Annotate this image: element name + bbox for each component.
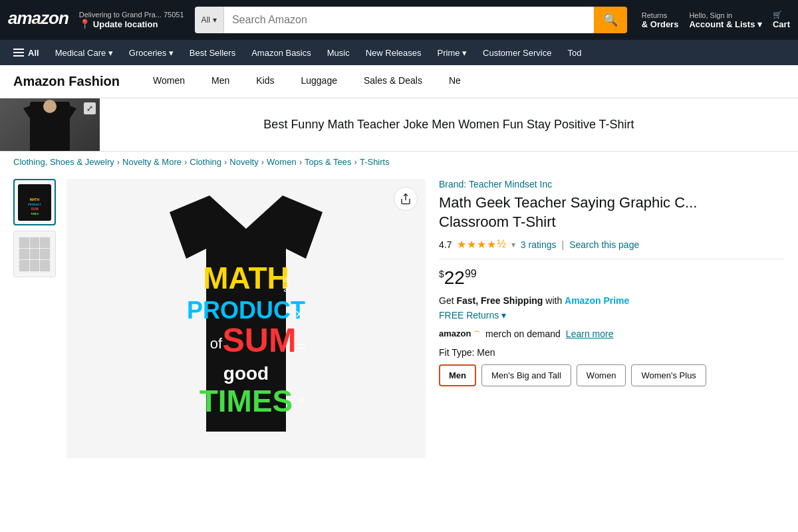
search-bar: All ▾ 🔍 <box>195 7 627 33</box>
svg-text:of: of <box>210 335 223 352</box>
account-lists-button[interactable]: Hello, Sign in Account & Lists ▾ <box>689 11 762 29</box>
rating-number: 4.7 <box>439 239 452 250</box>
amazon-merch-smile-icon: ⌒ <box>473 331 480 338</box>
breadcrumb-novelty2[interactable]: Novelty <box>229 157 258 167</box>
banner-thumbnail: ⤢ <box>0 98 100 152</box>
tshirt-svg: MATH is a PRODUCT × of SUM = good TIMES <box>130 192 362 445</box>
ratings-count[interactable]: 3 ratings <box>521 239 557 250</box>
size-btn-women[interactable]: Women <box>577 364 626 386</box>
nav-music[interactable]: Music <box>321 44 356 62</box>
nav-right-items: Returns & Orders Hello, Sign in Account … <box>642 11 790 29</box>
brand-link[interactable]: Brand: Teacher Mindset Inc <box>439 179 785 190</box>
product-info: Brand: Teacher Mindset Inc Math Geek Tea… <box>439 179 785 458</box>
amazon-merch-logo: amazon ⌒ <box>439 329 480 339</box>
nav-groceries[interactable]: Groceries ▾ <box>122 44 180 62</box>
size-buttons: Men Men's Big and Tall Women Women's Plu… <box>439 364 785 386</box>
product-area: MATH PRODUCT SUM TIMES <box>0 172 798 465</box>
fashion-nav-sales[interactable]: Sales & Deals <box>350 65 436 98</box>
hamburger-icon <box>13 49 24 57</box>
search-page-link[interactable]: Search this page <box>569 239 639 250</box>
fashion-nav-ne[interactable]: Ne <box>436 65 474 98</box>
all-label: All <box>28 48 39 58</box>
thumbnail-1[interactable]: MATH PRODUCT SUM TIMES <box>13 179 56 225</box>
rating-row: 4.7 ★ ★ ★ ★ ½ ▾ 3 ratings | Search this … <box>439 238 785 259</box>
svg-text:×: × <box>295 307 303 321</box>
price-row: $2299 <box>439 267 785 289</box>
secondary-navigation: All Medical Care ▾ Groceries ▾ Best Sell… <box>0 40 798 65</box>
nav-tod[interactable]: Tod <box>561 44 588 62</box>
breadcrumb-tshirts[interactable]: T-Shirts <box>360 157 390 167</box>
product-banner: ⤢ Best Funny Math Teacher Joke Men Women… <box>0 98 798 152</box>
size-btn-womens-plus[interactable]: Women's Plus <box>631 364 706 386</box>
svg-text:=: = <box>297 337 306 355</box>
search-category-dropdown[interactable]: All ▾ <box>195 7 224 33</box>
svg-text:a: a <box>283 284 289 294</box>
svg-text:PRODUCT: PRODUCT <box>28 203 41 206</box>
fashion-nav-men[interactable]: Men <box>198 65 243 98</box>
svg-text:PRODUCT: PRODUCT <box>187 297 305 324</box>
all-menu-button[interactable]: All <box>7 44 46 62</box>
dropdown-arrow-icon: ▾ <box>213 15 217 25</box>
returns-orders-button[interactable]: Returns & Orders <box>642 11 679 29</box>
nav-medical-care[interactable]: Medical Care ▾ <box>49 44 120 62</box>
shipping-info: Get Fast, Free Shipping with Amazon Prim… <box>439 295 785 306</box>
svg-text:×: × <box>298 394 304 406</box>
logo-smile-icon: ⌒ <box>32 25 44 31</box>
star-1: ★ <box>457 238 466 251</box>
prime-link[interactable]: Amazon Prime <box>565 295 629 306</box>
thumbnail-list: MATH PRODUCT SUM TIMES <box>13 179 60 458</box>
breadcrumb: Clothing, Shoes & Jewelry › Novelty & Mo… <box>0 152 798 172</box>
svg-text:TIMES: TIMES <box>31 212 39 215</box>
delivery-label: Delivering to Grand Pra... 75051 <box>79 11 184 19</box>
fit-type-value: Men <box>477 347 495 358</box>
star-2: ★ <box>467 238 476 251</box>
breadcrumb-novelty[interactable]: Novelty & More <box>122 157 182 167</box>
star-3: ★ <box>477 238 486 251</box>
update-location-button[interactable]: 📍 Update location <box>79 19 184 29</box>
nav-best-sellers[interactable]: Best Sellers <box>183 44 242 62</box>
fashion-nav-kids[interactable]: Kids <box>243 65 287 98</box>
location-icon: 📍 <box>79 19 90 29</box>
size-btn-men-big-tall[interactable]: Men's Big and Tall <box>481 364 571 386</box>
breadcrumb-tops-tees[interactable]: Tops & Tees <box>305 157 352 167</box>
share-button[interactable] <box>394 187 418 211</box>
rating-dropdown-icon: ▾ <box>511 240 515 249</box>
breadcrumb-women[interactable]: Women <box>267 157 297 167</box>
svg-text:MATH: MATH <box>30 198 39 201</box>
free-returns-dropdown-icon: ▾ <box>501 310 506 321</box>
merch-label: merch on demand <box>485 329 561 339</box>
svg-point-2 <box>43 100 57 113</box>
expand-icon[interactable]: ⤢ <box>84 102 96 114</box>
thumbnail-2[interactable] <box>13 231 56 277</box>
svg-text:good: good <box>223 363 269 384</box>
cart-button[interactable]: 🛒 Cart <box>773 11 790 29</box>
amazon-logo[interactable]: amazon ⌒ <box>8 9 68 31</box>
product-title: Math Geek Teacher Saying Graphic C...Cla… <box>439 194 785 231</box>
svg-text:SUM: SUM <box>222 322 296 359</box>
main-product-image: MATH is a PRODUCT × of SUM = good TIMES <box>66 179 426 458</box>
fashion-navigation: Amazon Fashion Women Men Kids Luggage Sa… <box>0 65 798 98</box>
top-navigation: amazon ⌒ Delivering to Grand Pra... 7505… <box>0 0 798 40</box>
svg-text:is: is <box>283 274 289 284</box>
merch-on-demand: amazon ⌒ merch on demand Learn more <box>439 329 785 339</box>
breadcrumb-clothing-shoes[interactable]: Clothing, Shoes & Jewelry <box>13 157 114 167</box>
nav-customer-service[interactable]: Customer Service <box>476 44 558 62</box>
breadcrumb-clothing[interactable]: Clothing <box>190 157 221 167</box>
nav-new-releases[interactable]: New Releases <box>359 44 428 62</box>
image-section: MATH PRODUCT SUM TIMES <box>13 179 426 458</box>
star-rating: ★ ★ ★ ★ ½ <box>457 238 505 251</box>
search-button[interactable]: 🔍 <box>594 7 627 33</box>
nav-prime[interactable]: Prime ▾ <box>431 44 474 62</box>
svg-rect-3 <box>35 113 65 146</box>
learn-more-link[interactable]: Learn more <box>566 329 614 339</box>
fashion-nav-items: Women Men Kids Luggage Sales & Deals Ne <box>140 65 474 98</box>
star-4: ★ <box>487 238 496 251</box>
fashion-title: Amazon Fashion <box>13 74 120 89</box>
free-returns[interactable]: FREE Returns ▾ <box>439 310 785 321</box>
fashion-nav-women[interactable]: Women <box>140 65 198 98</box>
size-btn-men[interactable]: Men <box>439 364 476 386</box>
search-input[interactable] <box>224 7 594 33</box>
fashion-nav-luggage[interactable]: Luggage <box>287 65 350 98</box>
product-price: $2299 <box>439 267 477 288</box>
nav-amazon-basics[interactable]: Amazon Basics <box>245 44 318 62</box>
